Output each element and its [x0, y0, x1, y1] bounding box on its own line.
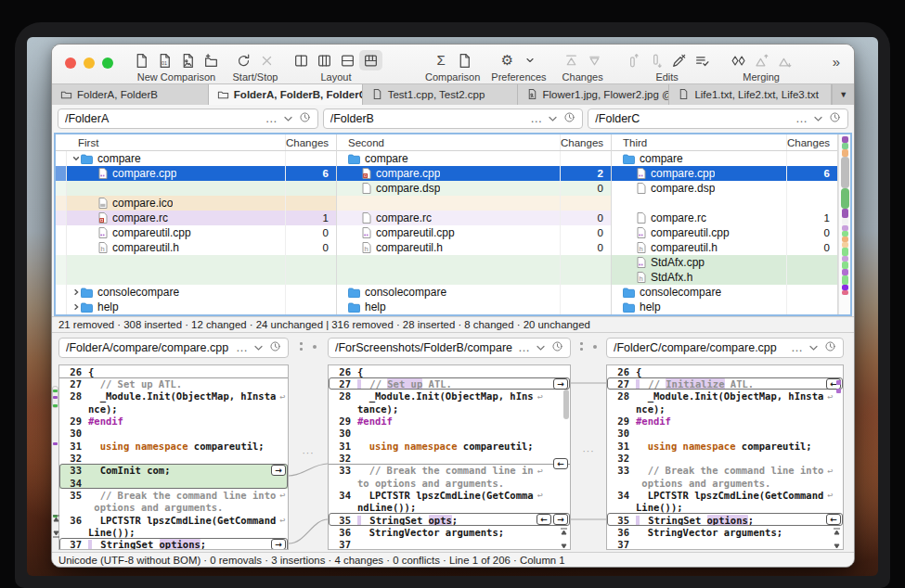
tree-row[interactable]: compare.ico [56, 196, 336, 211]
preferences-dropdown-icon[interactable] [519, 50, 542, 70]
tree-row[interactable]: StdAfx.cpp [612, 255, 837, 270]
automatic-merge-icon[interactable] [727, 50, 750, 70]
tree-row-empty[interactable] [337, 270, 611, 285]
code-pane-3[interactable]: 26{27 // Initialize ATL.28 _Module.Init(… [606, 364, 844, 550]
chevron-right-icon[interactable] [71, 303, 81, 311]
first-change-icon[interactable] [833, 523, 841, 531]
tree-row[interactable]: compare.rc1 [56, 211, 336, 225]
more-menu-icon[interactable]: … [791, 343, 803, 352]
comparison-summary-icon[interactable]: Σ [430, 50, 453, 70]
history-clock-icon[interactable] [269, 340, 281, 355]
tree-row[interactable]: help [56, 300, 336, 314]
new-text-comparison-icon[interactable] [130, 50, 153, 70]
last-change-icon[interactable] [833, 538, 841, 546]
comparison-report-icon[interactable] [453, 50, 476, 70]
tree-row[interactable]: consolecompare [337, 285, 611, 300]
more-menu-icon[interactable]: … [518, 343, 530, 352]
tree-row[interactable]: hcompareutil.h0 [337, 240, 611, 255]
more-menu-icon[interactable]: … [265, 114, 278, 123]
first-change-icon[interactable] [560, 523, 568, 531]
tree-row[interactable]: compareutil.cpp0 [56, 225, 336, 240]
tree-row[interactable]: compare [337, 151, 611, 166]
layout-two-rows-icon[interactable] [336, 50, 359, 70]
tree-change-map-scrollbar[interactable] [838, 134, 850, 314]
history-clock-icon[interactable] [551, 340, 563, 355]
dropdown-chevron-icon[interactable] [254, 341, 263, 354]
tree-row-empty[interactable] [56, 255, 336, 270]
merge-right-button[interactable]: → [271, 465, 286, 476]
more-menu-icon[interactable]: … [530, 114, 542, 123]
dropdown-chevron-icon[interactable] [549, 112, 557, 125]
tree-row[interactable]: help [612, 300, 837, 314]
code-pane-1[interactable]: 26{27 // Set up ATL.28 _Module.Init(Obje… [58, 364, 289, 550]
pane-splitter[interactable] [571, 339, 606, 360]
start-comparison-icon[interactable] [232, 50, 255, 70]
file-path-field-2[interactable]: /ForScreenshots/FolderB/compare/con… [328, 338, 571, 358]
tab-foldera[interactable]: FolderA, FolderB, FolderC [209, 84, 363, 105]
tree-row-empty[interactable] [612, 196, 837, 211]
chevron-right-icon[interactable] [71, 288, 81, 296]
zoom-window-button[interactable] [102, 58, 113, 69]
tree-row[interactable]: compare.dsp0 [337, 181, 611, 196]
new-binary-comparison-icon[interactable]: 01 [153, 50, 176, 70]
tree-row-empty[interactable] [337, 255, 611, 270]
tab-test1.cpp[interactable]: Test1.cpp, Test2.cpp [363, 84, 518, 105]
discard-edits-icon[interactable] [667, 50, 691, 70]
layout-two-columns-icon[interactable] [290, 50, 313, 70]
chevron-down-icon[interactable] [71, 155, 81, 162]
tree-row[interactable]: consolecompare [612, 285, 837, 300]
tree-row[interactable]: compare [612, 151, 837, 166]
merge-left-button[interactable]: ← [553, 458, 568, 469]
folder-path-field-1[interactable]: /FolderA… [58, 109, 318, 129]
dropdown-chevron-icon[interactable] [537, 341, 545, 354]
tree-row[interactable]: compare.cpp6 [56, 166, 336, 181]
tree-row[interactable]: compareutil.cpp0 [612, 225, 837, 240]
tree-row[interactable]: help [337, 300, 611, 314]
dropdown-chevron-icon[interactable] [809, 341, 818, 354]
file-path-field-3[interactable]: /FolderC/compare/compare.cpp… [606, 338, 844, 358]
dropdown-chevron-icon[interactable] [814, 112, 822, 125]
tree-row[interactable]: hcompareutil.h0 [56, 240, 336, 255]
new-folder-comparison-icon[interactable] [200, 50, 223, 70]
merge-right-button[interactable]: → [553, 378, 568, 390]
tab-list-dropdown-button[interactable]: ▼ [832, 84, 854, 105]
preferences-gear-icon[interactable]: ⚙ [496, 50, 519, 70]
tab-life1.txt[interactable]: Life1.txt, Life2.txt, Life3.txt [669, 84, 832, 105]
layout-three-rows-icon[interactable] [359, 50, 382, 70]
merge-right-button[interactable]: → [271, 539, 286, 550]
toolbar-overflow-button[interactable]: » [833, 54, 839, 70]
folder-path-field-3[interactable]: /FolderC… [588, 109, 848, 129]
tree-row-empty[interactable] [337, 196, 611, 211]
minimize-window-button[interactable] [84, 58, 95, 69]
tree-row[interactable]: hcompareutil.h0 [612, 240, 837, 255]
new-image-comparison-icon[interactable] [176, 50, 200, 70]
file-path-field-1[interactable]: /FolderA/compare/compare.cpp… [58, 338, 289, 358]
merge-left-button[interactable]: ← [537, 514, 551, 525]
history-clock-icon[interactable] [829, 111, 841, 126]
last-change-icon[interactable] [560, 538, 568, 546]
first-change-icon[interactable] [52, 510, 60, 518]
history-clock-icon[interactable] [563, 111, 575, 126]
tree-row[interactable]: compare.rc0 [337, 211, 611, 225]
tree-row[interactable]: compareutil.cpp0 [337, 225, 611, 240]
tree-row-empty[interactable] [56, 181, 336, 196]
accept-edits-icon[interactable] [691, 50, 714, 70]
dropdown-chevron-icon[interactable] [284, 112, 292, 125]
tree-row-empty[interactable] [56, 270, 336, 285]
tab-flower1.jpg[interactable]: Flower1.jpg, Flower2.jpg @ 100% [518, 84, 670, 105]
history-clock-icon[interactable] [824, 340, 836, 355]
pane-scrollbar-thumb[interactable] [563, 390, 569, 419]
pane-splitter[interactable] [289, 339, 328, 360]
tree-row[interactable]: compare.cpp6 [612, 166, 837, 181]
tab-foldera[interactable]: FolderA, FolderB [52, 84, 209, 105]
last-change-icon[interactable] [52, 525, 60, 533]
tree-row[interactable]: compare.cpp2 [337, 166, 611, 181]
tree-row[interactable]: compare.rc1 [612, 211, 837, 225]
more-menu-icon[interactable]: … [795, 114, 808, 123]
more-menu-icon[interactable]: … [236, 343, 248, 352]
history-clock-icon[interactable] [299, 111, 311, 126]
code-pane-2[interactable]: 26{27 // Set up ATL.28 _Module.Init(Obje… [328, 364, 571, 550]
tree-row[interactable]: consolecompare [56, 285, 336, 300]
folder-path-field-2[interactable]: /FolderB… [323, 109, 584, 129]
tree-row[interactable]: compare.dsp [612, 181, 837, 196]
